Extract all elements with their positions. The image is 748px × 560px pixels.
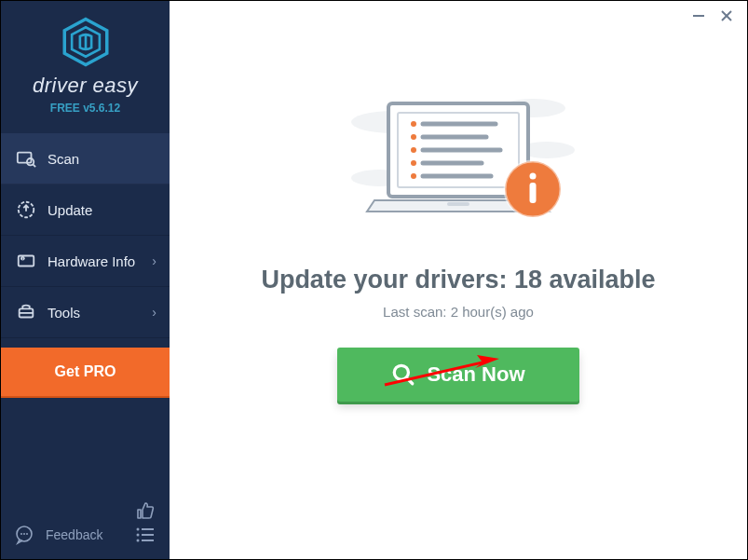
sidebar-item-update[interactable]: Update — [1, 184, 170, 236]
chevron-right-icon: › — [152, 305, 156, 320]
svg-rect-6 — [19, 256, 34, 266]
sidebar-item-tools[interactable]: Tools › — [1, 287, 170, 338]
app-logo-icon — [60, 16, 112, 68]
last-scan-text: Last scan: 2 hour(s) ago — [383, 304, 534, 320]
headline-suffix: available — [542, 266, 656, 294]
svg-point-34 — [411, 147, 416, 153]
minimize-icon[interactable] — [691, 8, 706, 23]
svg-point-13 — [23, 533, 25, 535]
svg-line-46 — [407, 377, 414, 384]
svg-text:i: i — [22, 257, 23, 261]
brand-version: FREE v5.6.12 — [50, 102, 120, 115]
scan-now-button[interactable]: Scan Now — [337, 348, 579, 402]
sidebar-item-label: Scan — [48, 151, 79, 167]
headline-prefix: Update your drivers: — [261, 266, 514, 294]
headline-count: 18 — [514, 266, 542, 294]
main-panel: Update your drivers: 18 available Last s… — [170, 1, 747, 559]
svg-rect-44 — [530, 183, 537, 203]
logo-area: driver easy FREE v5.6.12 — [1, 1, 170, 124]
sidebar-item-hardware[interactable]: i Hardware Info › — [1, 236, 170, 287]
nav: Scan Update i Hardware Info › — [1, 133, 170, 396]
titlebar — [678, 1, 747, 31]
thumbs-up-icon[interactable] — [134, 499, 156, 522]
scan-now-label: Scan Now — [427, 362, 524, 387]
brand-name: driver easy — [33, 74, 138, 98]
sidebar-item-label: Tools — [48, 305, 80, 321]
svg-point-19 — [137, 540, 140, 542]
get-pro-button[interactable]: Get PRO — [1, 348, 170, 396]
hardware-icon: i — [16, 251, 36, 271]
svg-point-38 — [411, 173, 416, 179]
close-icon[interactable] — [719, 8, 734, 23]
menu-icon[interactable] — [134, 524, 156, 546]
svg-point-12 — [20, 533, 22, 535]
svg-rect-2 — [18, 153, 32, 163]
laptop-illustration — [337, 85, 579, 243]
tools-icon — [16, 302, 36, 322]
svg-point-17 — [137, 534, 140, 537]
svg-point-14 — [26, 533, 28, 535]
feedback-label[interactable]: Feedback — [46, 527, 125, 542]
feedback-icon[interactable] — [14, 524, 36, 546]
magnifier-icon — [391, 362, 415, 387]
svg-point-43 — [530, 173, 537, 180]
chevron-right-icon: › — [152, 253, 156, 268]
sidebar: driver easy FREE v5.6.12 Scan Update — [1, 1, 170, 559]
scan-icon — [16, 148, 36, 169]
sidebar-item-label: Update — [48, 202, 92, 218]
svg-point-30 — [411, 121, 416, 127]
svg-point-36 — [411, 160, 416, 166]
svg-line-4 — [33, 164, 35, 167]
sidebar-item-scan[interactable]: Scan — [1, 133, 170, 184]
svg-point-15 — [137, 528, 140, 531]
get-pro-label: Get PRO — [55, 363, 116, 379]
sidebar-item-label: Hardware Info — [48, 253, 135, 269]
svg-rect-40 — [447, 202, 469, 206]
svg-point-32 — [411, 134, 416, 140]
sidebar-bottom: Feedback — [1, 524, 170, 546]
headline: Update your drivers: 18 available — [261, 266, 655, 294]
update-icon — [16, 199, 36, 220]
app-window: driver easy FREE v5.6.12 Scan Update — [0, 0, 748, 560]
